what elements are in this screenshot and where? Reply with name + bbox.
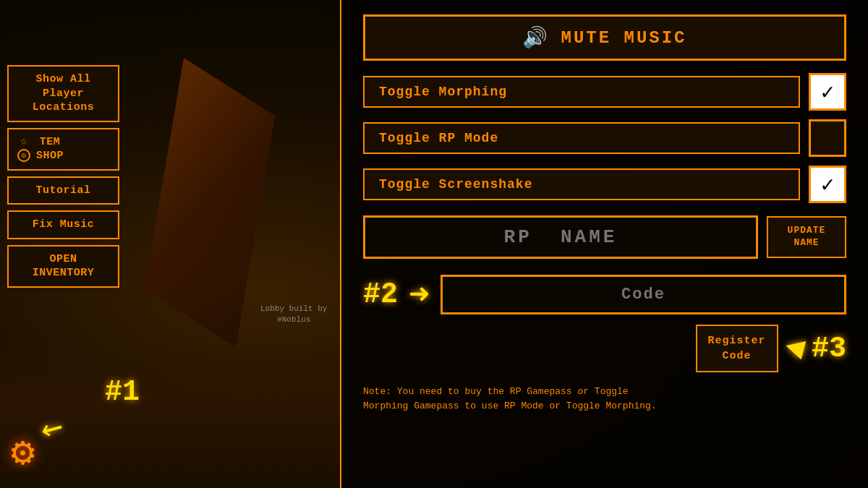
tem-circle-icon: ◎ [17, 149, 30, 162]
toggle-screenshake-checkbox[interactable] [809, 166, 846, 203]
toggle-morphing-row: Toggle Morphing [363, 73, 846, 111]
arrow-2-icon: ➜ [409, 273, 430, 316]
lobby-credit: Lobby built by #Noblus [260, 304, 327, 326]
toggle-rp-mode-button[interactable]: Toggle RP Mode [363, 122, 800, 154]
tem-top-icon: ☆ [20, 136, 27, 147]
note-text: Note: You need to buy the RP Gamepass or… [363, 385, 846, 413]
toggle-screenshake-row: Toggle Screenshake [363, 166, 846, 203]
open-inventory-button[interactable]: OPEN INVENTORY [7, 245, 119, 288]
annotation-2: #2 [363, 278, 398, 311]
code-section: #2 ➜ [363, 273, 846, 316]
tem-shop-button[interactable]: ☆ ◎ TEM SHOP [7, 128, 119, 171]
register-code-button[interactable]: Register Code [696, 325, 778, 372]
toggle-morphing-button[interactable]: Toggle Morphing [363, 76, 800, 108]
arrow-3-icon: ◄ [781, 328, 809, 368]
code-input[interactable] [441, 275, 846, 314]
show-all-players-button[interactable]: Show All Player Locations [7, 65, 119, 122]
register-section: Register Code ◄ #3 [363, 325, 846, 372]
annotation-1: #1 [105, 376, 140, 408]
toggle-screenshake-button[interactable]: Toggle Screenshake [363, 168, 800, 200]
toggle-morphing-checkbox[interactable] [809, 73, 846, 111]
speaker-icon: 🔊 [522, 25, 550, 50]
tem-icon: ☆ ◎ [17, 136, 30, 162]
tutorial-button[interactable]: Tutorial [7, 176, 119, 205]
fix-music-button[interactable]: Fix Music [7, 210, 119, 239]
update-name-button[interactable]: UPDATE NAME [767, 216, 846, 258]
rp-name-input[interactable] [363, 215, 758, 259]
mute-music-button[interactable]: 🔊 MUTE MUSIC [363, 14, 846, 61]
main-panel: 🔊 MUTE MUSIC Toggle Morphing Toggle RP M… [340, 0, 868, 488]
sidebar: Show All Player Locations ☆ ◎ TEM SHOP T… [7, 65, 119, 288]
toggle-rp-mode-row: Toggle RP Mode [363, 119, 846, 157]
toggle-rp-mode-checkbox[interactable] [809, 119, 846, 157]
rp-name-row: UPDATE NAME [363, 215, 846, 259]
gear-icon[interactable]: ⚙ [11, 428, 35, 477]
annotation-3: #3 [812, 333, 846, 365]
